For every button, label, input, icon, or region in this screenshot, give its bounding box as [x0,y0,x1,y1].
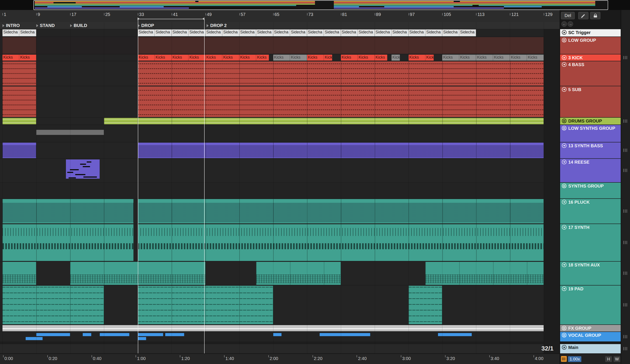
lane-synth-aux[interactable] [0,262,544,285]
clip[interactable]: Kicks [19,54,36,60]
play-circle-icon[interactable] [562,345,566,350]
lane-drums-group[interactable] [0,118,544,124]
track-header-synth[interactable]: 17 SYNTH [560,224,621,261]
clip[interactable]: Sidecha [2,30,19,36]
clip[interactable] [2,118,36,124]
fold-circle-icon[interactable] [562,286,566,291]
clip[interactable] [2,262,36,285]
meter-column[interactable] [621,10,630,364]
clip[interactable] [36,130,104,135]
track-header-pad[interactable]: 19 PAD [560,286,621,324]
clip[interactable]: Kicks [493,54,510,60]
track-header-low-group[interactable]: LOW GROUP [560,37,621,54]
clip[interactable] [2,143,36,158]
clip[interactable] [138,118,544,124]
clip[interactable]: Sidecha [341,30,358,36]
track-header-synth-aux[interactable]: 18 SYNTH AUX [560,262,621,285]
w-button[interactable]: W [614,356,620,362]
clip[interactable] [2,199,134,223]
group-circle-icon[interactable] [562,38,566,42]
clip[interactable] [2,62,36,86]
clip[interactable]: Kicks [375,54,387,60]
clip[interactable]: Sidecha [188,30,205,36]
lane-pad[interactable] [0,286,544,324]
clip[interactable] [66,160,100,179]
delete-button[interactable]: Del [561,12,575,19]
clip[interactable] [138,333,163,336]
track-header-main[interactable]: Main [560,344,621,354]
track-header-reese[interactable]: 14 REESE [560,159,621,182]
clip[interactable] [138,86,544,117]
track-header-sub[interactable]: 5 SUB [560,86,621,117]
draw-mode-button[interactable] [578,12,588,19]
fold-circle-icon[interactable] [562,143,566,148]
clip[interactable]: Kicks [2,54,19,60]
clip[interactable]: Kicks [442,54,459,60]
clip[interactable]: Sidecha [290,30,307,36]
fold-circle-icon[interactable] [562,87,566,92]
lane-kick[interactable]: KicksKicksKicksKicksKicksKicksKicksKicks… [0,54,544,61]
clip[interactable]: Kicks [324,54,332,60]
clip[interactable]: Sidecha [392,30,408,36]
clip[interactable]: Sidecha [19,30,36,36]
clip[interactable]: Sidecha [408,30,426,36]
track-header-kick[interactable]: 3 KICK [560,54,621,61]
track-header-pluck[interactable]: 16 PLUCK [560,199,621,224]
clip[interactable] [36,333,70,336]
clip[interactable] [138,286,273,324]
lane-bass[interactable] [0,61,544,86]
fold-circle-icon[interactable] [562,200,566,204]
fold-circle-icon[interactable] [562,225,566,230]
clip[interactable]: Kicks [358,54,374,60]
fold-circle-icon[interactable] [562,160,566,164]
clip[interactable] [320,333,370,336]
track-header-synths-group[interactable]: SYNTHS GROUP [560,183,621,198]
clip[interactable]: Kicks [527,54,544,60]
clip[interactable]: Sidecha [239,30,256,36]
clip[interactable]: Kicks [222,54,239,60]
lock-button[interactable] [590,12,600,19]
clip[interactable] [273,333,282,336]
lane-synth-bass[interactable] [0,142,544,158]
lane-reese[interactable] [0,159,544,182]
play-circle-icon[interactable] [562,55,566,60]
playback-speed-value[interactable]: 1.00x [568,356,581,362]
clip[interactable]: Sidecha [459,30,476,36]
clip[interactable] [2,86,36,117]
fold-circle-icon[interactable] [562,62,566,67]
clip[interactable] [104,118,138,124]
clip[interactable] [2,286,104,324]
track-header-fx-group[interactable]: FX GROUP [560,325,621,332]
track-header-low-synths-group[interactable]: LOW SYNTHS GROUP [560,125,621,142]
group-circle-icon[interactable] [562,333,566,338]
lane-fx-group[interactable] [0,325,544,332]
clip[interactable] [100,333,130,336]
clip[interactable] [256,262,341,285]
group-circle-icon[interactable] [562,326,566,330]
clip[interactable] [138,143,544,158]
time-ruler[interactable]: 0:000:200:401:001:201:402:002:202:403:00… [0,354,560,364]
lane-pluck[interactable] [0,199,544,224]
lane-low-synths-group[interactable] [0,125,544,142]
group-circle-icon[interactable] [562,118,566,123]
play-circle-icon[interactable] [562,30,566,35]
lane-low-group[interactable] [0,37,544,54]
clip[interactable]: Kicks [188,54,205,60]
group-circle-icon[interactable] [562,126,566,130]
clip[interactable]: Kicks [138,54,154,60]
clip[interactable]: Kicks [408,54,426,60]
midi-keyboard-icon[interactable] [561,356,567,362]
lane-vocal-group[interactable] [0,332,544,342]
clip[interactable]: Kicks [459,54,476,60]
clip[interactable] [2,224,134,261]
clip[interactable] [83,333,91,336]
clip[interactable]: Kicks [154,54,172,60]
clip[interactable]: Sidecha [206,30,222,36]
clip[interactable] [438,333,472,336]
clip[interactable]: Kicks [172,54,188,60]
clip[interactable] [138,62,544,86]
track-header-synth-bass[interactable]: 13 SYNTH BASS [560,142,621,158]
clip[interactable]: Sidecha [273,30,290,36]
fold-circle-icon[interactable] [562,262,566,267]
clip[interactable]: Sidecha [307,30,324,36]
